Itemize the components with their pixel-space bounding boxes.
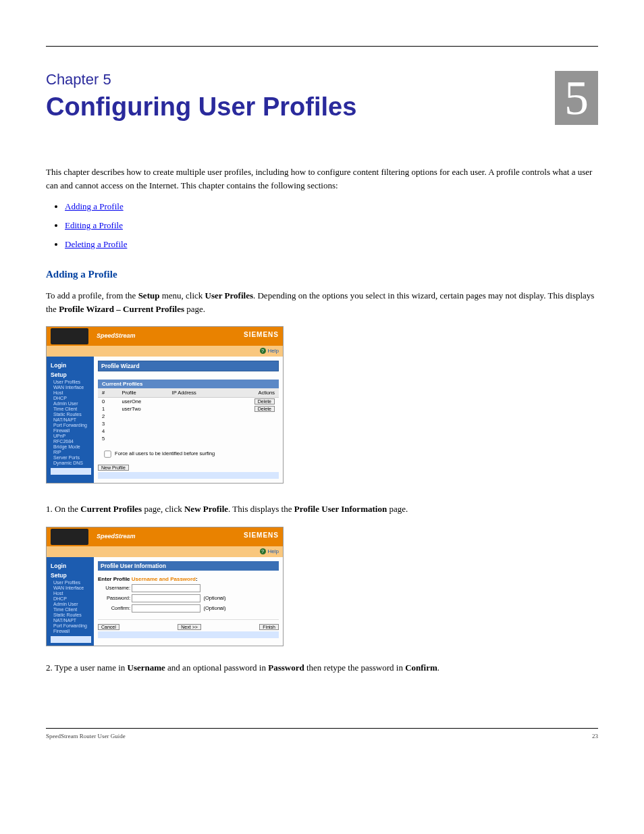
profile-wizard-header: Profile Wizard bbox=[98, 361, 279, 371]
sidebar-item[interactable]: Server Ports bbox=[53, 455, 91, 460]
confirm-optional: (Optional) bbox=[203, 605, 225, 611]
screenshot-profile-user-info: SpeedStream SIEMENS Help Login Setup Use… bbox=[46, 527, 284, 646]
sidebar-item[interactable]: Port Forwarding bbox=[53, 423, 91, 427]
sidebar-item[interactable]: WAN Interface bbox=[53, 585, 91, 590]
confirm-input[interactable] bbox=[132, 604, 200, 613]
sidebar-item[interactable]: Admin User bbox=[53, 401, 91, 406]
device-image bbox=[51, 328, 88, 344]
chapter-header: Chapter 5 Configuring User Profiles 5 bbox=[46, 71, 598, 122]
table-row: 4 bbox=[98, 427, 279, 435]
delete-profile-link[interactable]: Deleting a Profile bbox=[65, 239, 127, 249]
confirm-label: Confirm: bbox=[98, 605, 130, 611]
ss1-main: Profile Wizard Current Profiles # Profil… bbox=[94, 357, 283, 483]
col-actions: Actions bbox=[227, 388, 279, 398]
sidebar-login[interactable]: Login bbox=[51, 563, 91, 569]
sidebar-item[interactable]: Firewall bbox=[53, 629, 91, 633]
main-scrollbar[interactable] bbox=[98, 631, 279, 638]
toc-links: Adding a Profile Editing a Profile Delet… bbox=[51, 201, 598, 250]
sidebar-item[interactable]: Time Client bbox=[53, 407, 91, 411]
username-label: Username: bbox=[98, 585, 130, 591]
sidebar-item[interactable]: User Profiles bbox=[53, 380, 91, 384]
help-link[interactable]: Help bbox=[260, 548, 279, 554]
sidebar-item[interactable]: Firewall bbox=[53, 428, 91, 433]
ss1-topbar: SpeedStream SIEMENS bbox=[47, 327, 283, 346]
sidebar-item[interactable]: Dynamic DNS bbox=[53, 461, 91, 465]
ss1-subbar: Help bbox=[47, 346, 283, 357]
username-input[interactable] bbox=[132, 584, 200, 592]
table-row: 1userTwoDelete bbox=[98, 405, 279, 413]
password-field-row: Password: (Optional) bbox=[98, 594, 279, 602]
sidebar-item[interactable]: Port Forwarding bbox=[53, 623, 91, 628]
wizard-buttons: Cancel Next >> Finish bbox=[98, 619, 279, 630]
sidebar-item[interactable]: DHCP bbox=[53, 396, 91, 400]
brand-name: SIEMENS bbox=[244, 331, 279, 338]
password-input[interactable] bbox=[132, 594, 200, 602]
sidebar-item[interactable]: Admin User bbox=[53, 602, 91, 606]
sidebar-item[interactable]: WAN Interface bbox=[53, 385, 91, 390]
sidebar-login[interactable]: Login bbox=[51, 362, 91, 369]
sidebar-setup[interactable]: Setup bbox=[51, 371, 91, 378]
table-row: 3 bbox=[98, 420, 279, 427]
col-num: # bbox=[98, 388, 117, 398]
footer-page-number: 23 bbox=[592, 733, 598, 739]
chapter-label: Chapter 5 bbox=[46, 71, 598, 88]
adding-profile-p1: To add a profile, from the Setup menu, c… bbox=[46, 289, 598, 315]
toc-item: Adding a Profile bbox=[65, 201, 598, 212]
sidebar-item[interactable]: Bridge Mode bbox=[53, 444, 91, 449]
intro-paragraph: This chapter describes how to create mul… bbox=[46, 165, 598, 192]
ss2-sidebar: Login Setup User ProfilesWAN InterfaceHo… bbox=[47, 557, 94, 646]
device-image bbox=[51, 529, 88, 545]
sidebar-scrollbar[interactable] bbox=[51, 468, 91, 475]
sidebar-item[interactable]: NAT/NAPT bbox=[53, 618, 91, 623]
edit-profile-link[interactable]: Editing a Profile bbox=[65, 220, 123, 230]
next-button[interactable]: Next >> bbox=[178, 624, 201, 630]
sidebar-item[interactable]: Time Client bbox=[53, 607, 91, 612]
sidebar-item[interactable]: UPnP bbox=[53, 434, 91, 438]
brand-name: SIEMENS bbox=[244, 531, 279, 539]
sidebar-item[interactable]: User Profiles bbox=[53, 580, 91, 585]
ss2-topbar: SpeedStream SIEMENS bbox=[47, 527, 283, 546]
delete-button[interactable]: Delete bbox=[254, 406, 275, 412]
confirm-field-row: Confirm: (Optional) bbox=[98, 604, 279, 613]
cancel-button[interactable]: Cancel bbox=[98, 624, 119, 630]
help-link[interactable]: Help bbox=[260, 348, 279, 354]
adding-profile-heading: Adding a Profile bbox=[46, 269, 598, 280]
sidebar-item[interactable]: Host bbox=[53, 390, 91, 395]
toc-item: Deleting a Profile bbox=[65, 239, 598, 250]
finish-button[interactable]: Finish bbox=[259, 624, 279, 630]
table-row: 2 bbox=[98, 413, 279, 420]
top-rule bbox=[46, 46, 598, 47]
force-identify-option[interactable]: Force all users to be identified before … bbox=[101, 448, 279, 461]
password-optional: (Optional) bbox=[203, 595, 225, 601]
sidebar-scrollbar[interactable] bbox=[51, 636, 91, 643]
sidebar-item[interactable]: RIP bbox=[53, 450, 91, 454]
sidebar-item[interactable]: Static Routes bbox=[53, 613, 91, 617]
new-profile-button[interactable]: New Profile bbox=[98, 465, 129, 471]
enter-prompt: Enter Profile Username and Password: bbox=[98, 576, 279, 582]
ss2-main: Profile User Information Enter Profile U… bbox=[94, 557, 283, 646]
col-profile: Profile bbox=[117, 388, 167, 398]
toc-item: Editing a Profile bbox=[65, 220, 598, 231]
delete-button[interactable]: Delete bbox=[254, 398, 275, 405]
main-scrollbar[interactable] bbox=[98, 472, 279, 479]
page: Chapter 5 Configuring User Profiles 5 Th… bbox=[0, 0, 644, 766]
sidebar-setup[interactable]: Setup bbox=[51, 572, 91, 579]
screenshot-current-profiles: SpeedStream SIEMENS Help Login Setup Use… bbox=[46, 326, 284, 484]
force-identify-label: Force all users to be identified before … bbox=[115, 450, 215, 457]
sidebar-item[interactable]: Static Routes bbox=[53, 412, 91, 417]
table-row: 0userOneDelete bbox=[98, 398, 279, 406]
chapter-title: Configuring User Profiles bbox=[46, 93, 598, 122]
ss2-subbar: Help bbox=[47, 546, 283, 557]
sidebar-items: User ProfilesWAN InterfaceHostDHCPAdmin … bbox=[51, 380, 91, 465]
sidebar-item[interactable]: Host bbox=[53, 591, 91, 596]
sidebar-item[interactable]: DHCP bbox=[53, 596, 91, 601]
sidebar-item[interactable]: RFC2684 bbox=[53, 439, 91, 444]
sidebar-item[interactable]: NAT/NAPT bbox=[53, 417, 91, 422]
add-profile-link[interactable]: Adding a Profile bbox=[65, 201, 124, 211]
adding-profile-step2: 2. Type a user name in Username and an o… bbox=[46, 661, 598, 675]
force-identify-checkbox[interactable] bbox=[104, 450, 111, 457]
username-field-row: Username: bbox=[98, 584, 279, 592]
profiles-table: # Profile IP Address Actions 0userOneDel… bbox=[98, 388, 279, 442]
product-name: SpeedStream bbox=[97, 533, 136, 540]
profile-user-info-header: Profile User Information bbox=[98, 561, 279, 571]
